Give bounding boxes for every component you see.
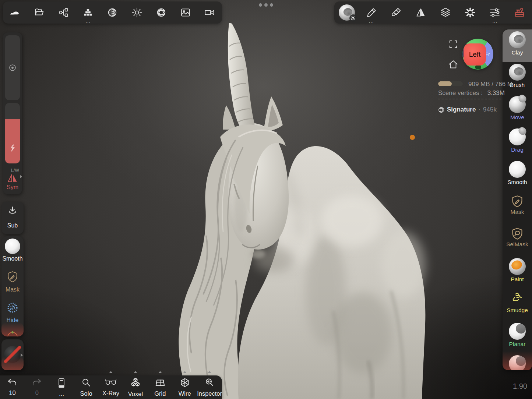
grid-caret-icon[interactable] — [158, 371, 162, 373]
signature-line: Signature · 945k — [438, 106, 497, 113]
tool-smooth[interactable]: Smooth — [503, 159, 532, 191]
stroke-settings-panel: L/W Sym — [3, 32, 22, 194]
inspector-caret-icon[interactable] — [208, 371, 211, 373]
paint-sphere-icon — [509, 258, 526, 275]
selmask-shield-icon — [511, 227, 523, 240]
sub-panel: Sub — [1, 202, 24, 234]
tool-drag[interactable]: Drag — [503, 127, 532, 159]
lightning-icon — [5, 144, 20, 152]
paintbrush-icon — [391, 7, 402, 18]
vertices-label: Scene vertices : — [438, 89, 483, 96]
scene-graph-icon — [58, 7, 69, 18]
quick-tools-panel: Smooth Mask Hide — [1, 236, 24, 336]
orientation-gizmo[interactable]: Fr Left — [462, 39, 493, 70]
tool-clay[interactable]: Clay — [503, 29, 532, 62]
intensity-fill — [5, 119, 20, 163]
voxel-button[interactable]: Voxel — [123, 375, 148, 399]
tool-mask[interactable]: Mask — [503, 191, 532, 224]
zoom-level: 1.90 — [507, 382, 527, 391]
falloff-button[interactable] — [1, 346, 24, 363]
help-toolbox-button[interactable] — [507, 1, 532, 24]
smooth-sphere-icon — [5, 239, 20, 254]
undo-icon — [7, 378, 17, 389]
material-button[interactable] — [334, 1, 359, 24]
brick-pyramid-icon — [82, 8, 94, 17]
xray-caret-icon[interactable] — [109, 371, 113, 373]
voxel-caret-icon[interactable] — [134, 371, 137, 373]
solo-button[interactable]: Solo — [74, 375, 99, 399]
falloff-panel — [1, 339, 24, 370]
hide-dotted-icon — [7, 302, 18, 315]
symmetry-button[interactable] — [408, 1, 433, 24]
vertices-line: Scene vertices : 3.33M — [438, 89, 505, 97]
wire-caret-icon[interactable] — [183, 371, 187, 373]
postprocess-button[interactable] — [149, 1, 173, 24]
fullscreen-button[interactable] — [448, 39, 458, 50]
scene-graph-button[interactable] — [52, 1, 76, 24]
gizmo-partial-icon[interactable] — [1, 330, 24, 336]
tool-brush[interactable]: Brush — [503, 62, 532, 94]
aperture-icon — [156, 7, 167, 18]
system-handle-icon[interactable] — [259, 3, 273, 7]
material-sphere-icon — [339, 4, 355, 21]
symmetry-icon[interactable] — [3, 173, 22, 183]
tool-flatten-partial[interactable] — [503, 353, 532, 370]
files-button[interactable] — [27, 1, 52, 24]
pencil-icon — [366, 7, 377, 18]
quick-smooth-label: Smooth — [1, 255, 24, 262]
intensity-slider[interactable] — [5, 103, 20, 163]
redo-button[interactable]: 0 — [25, 375, 49, 399]
falloff-expand-arrow-icon[interactable] — [21, 353, 23, 357]
drag-sphere-icon — [509, 128, 526, 145]
undo-button[interactable]: 10 — [0, 375, 25, 399]
wire-button[interactable]: Wire — [172, 375, 197, 399]
fullscreen-icon — [448, 39, 458, 49]
cubes-icon — [130, 377, 141, 390]
smudge-finger-icon — [511, 292, 524, 306]
painting-button[interactable] — [384, 1, 408, 24]
matcap-button[interactable] — [100, 1, 124, 24]
memory-text: 909 MB / 766 M — [468, 81, 512, 88]
wire-sphere-icon — [180, 378, 190, 389]
folder-icon — [34, 7, 45, 18]
home-view-button[interactable] — [448, 59, 458, 71]
settings-button[interactable] — [458, 1, 483, 24]
inspector-button[interactable]: Inspector — [197, 375, 222, 399]
multires-more: ... — [76, 20, 100, 23]
turntable-button[interactable] — [198, 1, 222, 24]
layers-button[interactable] — [433, 1, 458, 24]
gizmo-front-label: Left — [469, 50, 481, 59]
xray-button[interactable]: X-Ray — [99, 375, 123, 399]
signature-dot: · — [478, 106, 480, 113]
stroke-button[interactable]: ... — [359, 1, 384, 24]
symmetry-tag: L/W — [3, 168, 22, 173]
grid-icon — [155, 378, 166, 389]
tool-planar[interactable]: Planar — [503, 321, 532, 353]
sub-button[interactable] — [1, 205, 24, 218]
gizmo-front-face[interactable]: Left — [464, 43, 486, 66]
app-menu-button[interactable] — [3, 1, 27, 24]
multires-button[interactable]: ... — [76, 1, 100, 24]
smooth-sphere-icon — [509, 161, 526, 178]
tool-selmask[interactable]: SelMask — [503, 224, 532, 256]
radius-slider[interactable] — [5, 35, 20, 100]
quick-mask-button[interactable] — [1, 271, 24, 284]
history-notebook-button[interactable]: ... — [49, 375, 74, 399]
tool-move[interactable]: Move — [503, 94, 532, 127]
bottom-toolbar: 10 0 ... Solo X-Ray — [0, 375, 222, 399]
lighting-button[interactable] — [125, 1, 149, 24]
grid-button[interactable]: Grid — [148, 375, 172, 399]
signature-label: Signature — [447, 106, 476, 113]
background-image-button[interactable] — [173, 1, 198, 24]
quick-smooth-button[interactable] — [1, 239, 24, 254]
tool-paint[interactable]: Paint — [503, 256, 532, 289]
topology-button[interactable]: ... — [483, 1, 507, 24]
quick-hide-button[interactable] — [1, 302, 24, 315]
tool-smudge[interactable]: Smudge — [503, 289, 532, 321]
stats-separator — [438, 99, 501, 99]
symmetry-expand-arrow-icon[interactable] — [20, 175, 22, 179]
memory-bar-fill — [438, 81, 452, 86]
magnifier-icon — [81, 378, 91, 389]
brush-sphere-icon — [509, 64, 526, 81]
gizmo-bottom-face[interactable] — [475, 66, 481, 69]
